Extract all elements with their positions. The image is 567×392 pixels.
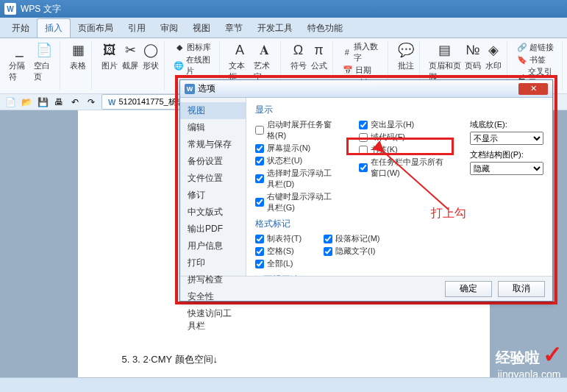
dialog-title: 选项: [198, 82, 215, 95]
cancel-button[interactable]: 取消: [498, 281, 545, 297]
sidebar-item-view[interactable]: 视图: [180, 102, 246, 119]
fmt-col1-label-0: 制表符(T): [267, 233, 302, 244]
display-col2-checkbox-0[interactable]: [359, 121, 368, 129]
doc-icon: W: [108, 98, 115, 107]
online-pic-icon: 🌐: [174, 60, 184, 71]
fmt-col2-label-0: 段落标记(M): [335, 233, 380, 244]
fmt-col2-checkbox-0[interactable]: [324, 235, 332, 243]
fmt-col1-checkbox-1[interactable]: [255, 247, 264, 256]
field-shading-select[interactable]: 不显示: [470, 132, 543, 145]
sidebar-item-pdf[interactable]: 输出PDF: [180, 221, 246, 238]
display-col2-checkbox-1[interactable]: [359, 133, 368, 142]
display-col2-checkbox-3[interactable]: [359, 163, 368, 172]
fmt-col1-label-1: 空格(S): [267, 246, 294, 257]
separator-icon: ⎯: [11, 41, 29, 59]
page-number-button[interactable]: №页码: [464, 41, 482, 82]
display-col1-checkbox-2[interactable]: [255, 157, 264, 165]
sidebar-item-security[interactable]: 安全性: [180, 288, 246, 305]
open-icon[interactable]: 📂: [21, 96, 32, 108]
new-icon[interactable]: 📄: [4, 96, 16, 108]
fmt-col1-2[interactable]: 全部(L): [255, 258, 302, 269]
sidebar-item-filelocation[interactable]: 文件位置: [180, 170, 246, 187]
undo-icon[interactable]: ↶: [69, 96, 81, 108]
fmt-col1-1[interactable]: 空格(S): [255, 246, 302, 257]
tab-view[interactable]: 视图: [185, 19, 218, 38]
redo-icon[interactable]: ↷: [85, 96, 97, 108]
sidebar-item-chinese[interactable]: 中文版式: [180, 204, 246, 221]
screenshot-button[interactable]: ✂截屏: [121, 41, 139, 71]
tab-layout[interactable]: 页面布局: [71, 19, 121, 38]
display-col2-1[interactable]: 域代码(F): [359, 132, 448, 143]
display-col1-checkbox-4[interactable]: [255, 198, 264, 207]
dialog-main: 显示 启动时展开任务窗格(R)屏幕提示(N)状态栏(U)选择时显示浮动工具栏(D…: [246, 98, 552, 276]
display-col2-3[interactable]: 在任务栏中显示所有窗口(W): [359, 157, 448, 179]
fmt-col1-checkbox-2[interactable]: [255, 260, 264, 268]
print-icon[interactable]: 🖶: [53, 96, 65, 108]
fmt-col2-checkbox-1[interactable]: [324, 247, 332, 256]
dialog-titlebar: W 选项 ✕: [180, 80, 552, 98]
tab-refs[interactable]: 引用: [121, 19, 153, 38]
save-icon[interactable]: 💾: [37, 96, 49, 108]
display-col2-0[interactable]: 突出显示(H): [359, 119, 448, 130]
tab-dev[interactable]: 开发工具: [250, 19, 300, 38]
header-footer-button[interactable]: ▤页眉和页脚: [429, 41, 461, 82]
display-col1-checkbox-1[interactable]: [255, 144, 264, 153]
wordart-button[interactable]: 𝐀艺术字: [254, 41, 276, 82]
display-col1-label-4: 右键时显示浮动工具栏(G): [267, 191, 337, 213]
dialog-logo-icon: W: [185, 84, 195, 94]
tab-review[interactable]: 审阅: [153, 19, 185, 38]
tab-home[interactable]: 开始: [4, 19, 37, 38]
fmt-col1-0[interactable]: 制表符(T): [255, 233, 302, 244]
display-col2-2[interactable]: 书签(K): [359, 144, 448, 155]
docmap-select[interactable]: 隐藏: [470, 162, 543, 175]
insert-number-button[interactable]: #插入数字: [342, 41, 383, 63]
sidebar-item-spell[interactable]: 拼写检查: [180, 271, 246, 288]
section-page-title: 页面视图选项: [255, 274, 543, 276]
fmt-col2-label-1: 隐藏文字(I): [335, 246, 375, 257]
bookmark-button[interactable]: 🔖书签: [516, 54, 557, 65]
sidebar-item-user[interactable]: 用户信息: [180, 238, 246, 254]
symbol-button[interactable]: Ω符号: [290, 41, 307, 71]
fmt-col1-checkbox-0[interactable]: [255, 235, 264, 243]
ok-button[interactable]: 确定: [445, 281, 492, 297]
display-col1-1[interactable]: 屏幕提示(N): [255, 143, 337, 154]
sidebar-item-qat[interactable]: 快速访问工具栏: [180, 305, 246, 335]
equation-button[interactable]: π公式: [310, 41, 328, 71]
table-icon: ▦: [69, 41, 87, 59]
fmt-col2-1[interactable]: 隐藏文字(I): [324, 246, 380, 257]
display-col1-checkbox-0[interactable]: [255, 126, 264, 135]
textbox-button[interactable]: A文本框: [229, 41, 251, 82]
sidebar-item-revise[interactable]: 修订: [180, 187, 246, 204]
comment-button[interactable]: 💬批注: [397, 41, 415, 71]
display-col1-3[interactable]: 选择时显示浮动工具栏(D): [255, 168, 337, 190]
tab-insert[interactable]: 插入: [37, 18, 71, 38]
display-col2-label-3: 在任务栏中显示所有窗口(W): [371, 157, 448, 179]
tab-special[interactable]: 特色功能: [300, 19, 350, 38]
blank-page-button[interactable]: 📄空白页: [34, 41, 56, 82]
section-display-title: 显示: [255, 104, 543, 116]
display-col2-label-2: 书签(K): [371, 144, 398, 155]
date-button[interactable]: 📅日期: [342, 64, 383, 76]
sidebar-item-backup[interactable]: 备份设置: [180, 153, 246, 170]
dialog-close-button[interactable]: ✕: [518, 83, 548, 95]
fmt-col2-0[interactable]: 段落标记(M): [324, 233, 380, 244]
display-col1-4[interactable]: 右键时显示浮动工具栏(G): [255, 191, 337, 213]
shapes-button[interactable]: ◯形状: [142, 41, 160, 71]
sidebar-item-print[interactable]: 打印: [180, 254, 246, 271]
sidebar-item-edit[interactable]: 编辑: [180, 119, 246, 136]
separator-button[interactable]: ⎯分隔符: [9, 41, 31, 82]
sidebar-item-general[interactable]: 常规与保存: [180, 136, 246, 153]
table-button[interactable]: ▦表格: [69, 41, 87, 71]
display-col2-checkbox-2[interactable]: [359, 146, 368, 154]
display-col1-0[interactable]: 启动时展开任务窗格(R): [255, 119, 337, 141]
hyperlink-button[interactable]: 🔗超链接: [516, 41, 557, 53]
display-col1-label-0: 启动时展开任务窗格(R): [267, 119, 337, 141]
heading-2: 5. 3. 2·CMY 颜色空间↓: [122, 350, 446, 369]
display-col1-checkbox-3[interactable]: [255, 174, 264, 183]
picture-button[interactable]: 🖼图片: [101, 41, 118, 71]
watermark-button[interactable]: ◈水印: [485, 41, 502, 82]
online-pic-button[interactable]: 🌐在线图片: [174, 54, 215, 76]
tab-section[interactable]: 章节: [218, 19, 250, 38]
iconlib-button[interactable]: ◆图标库: [174, 41, 215, 53]
display-col1-2[interactable]: 状态栏(U): [255, 155, 337, 166]
